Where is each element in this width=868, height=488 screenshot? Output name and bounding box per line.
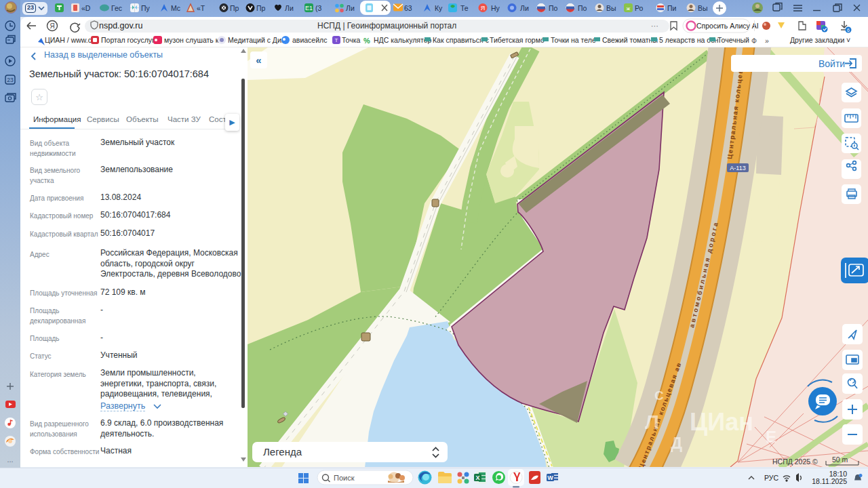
svg-text:Пу: Пу bbox=[141, 4, 151, 12]
svg-text:Войти: Войти bbox=[818, 58, 845, 69]
svg-text:ж: ж bbox=[627, 5, 631, 12]
svg-text:Тибетская гормо: Тибетская гормо bbox=[490, 36, 545, 44]
svg-text:Мс: Мс bbox=[171, 4, 180, 12]
svg-text:Ку: Ку bbox=[435, 4, 443, 12]
svg-text:НСПД 2025 ©: НСПД 2025 © bbox=[772, 458, 818, 466]
svg-text:Пи: Пи bbox=[667, 4, 677, 12]
svg-text:(3: (3 bbox=[315, 4, 321, 12]
svg-text:По: По bbox=[578, 4, 587, 12]
svg-text:«D: «D bbox=[81, 4, 91, 12]
svg-text:Ф: Ф bbox=[751, 37, 757, 45]
svg-text:W: W bbox=[547, 474, 553, 481]
svg-text:Легенда: Легенда bbox=[263, 446, 302, 458]
svg-text:⋯: ⋯ bbox=[651, 22, 658, 30]
svg-text:Портал госуслуг |: Портал госуслуг | bbox=[101, 36, 159, 44]
svg-text:Пр: Пр bbox=[230, 4, 239, 12]
svg-text:E1: E1 bbox=[305, 5, 313, 12]
svg-text:X: X bbox=[475, 474, 479, 481]
svg-text:Медитаций с Дин: Медитаций с Дин bbox=[228, 36, 285, 44]
svg-text:63: 63 bbox=[404, 4, 412, 12]
svg-text:ЦИан: ЦИан bbox=[690, 408, 753, 436]
svg-text:Д: Д bbox=[671, 434, 682, 452]
svg-text:Спросить Алису AI: Спросить Алису AI bbox=[696, 22, 759, 30]
svg-text:⋯: ⋯ bbox=[7, 458, 14, 465]
svg-text:Я: Я bbox=[50, 22, 54, 30]
svg-text:nspd.gov.ru: nspd.gov.ru bbox=[99, 21, 142, 30]
svg-text:Точечный: Точечный bbox=[717, 36, 749, 44]
svg-text:Свежий томатны: Свежий томатны bbox=[602, 36, 658, 44]
svg-text:%: % bbox=[363, 37, 370, 45]
svg-text:23: 23 bbox=[7, 77, 14, 83]
svg-text:Е: Е bbox=[766, 428, 776, 446]
svg-text:музон слушать ка: музон слушать ка bbox=[164, 36, 223, 44]
svg-text:Ро: Ро bbox=[635, 4, 644, 12]
svg-text:ЦИАН / www.c: ЦИАН / www.c bbox=[45, 36, 92, 44]
svg-text:Л: Л bbox=[645, 411, 659, 433]
svg-text:Другие закладки: Другие закладки bbox=[790, 36, 845, 44]
svg-text:Я: Я bbox=[481, 5, 486, 12]
svg-text:РУС: РУС bbox=[764, 474, 778, 482]
svg-text:˅: ˅ bbox=[846, 36, 850, 44]
svg-text:«: « bbox=[256, 54, 261, 66]
svg-text:«Т: «Т bbox=[197, 4, 205, 12]
svg-text:По: По bbox=[549, 4, 558, 12]
svg-text:НСПД | Геоинформационный порта: НСПД | Геоинформационный портал bbox=[317, 21, 456, 30]
svg-text:Ли: Ли bbox=[285, 4, 294, 12]
svg-text:Те: Те bbox=[460, 4, 469, 12]
svg-text:НДС калькулятор: НДС калькулятор bbox=[374, 36, 432, 44]
svg-text:Как справиться с: Как справиться с bbox=[433, 36, 489, 44]
svg-text:»: » bbox=[765, 37, 769, 45]
svg-text:Ли: Ли bbox=[346, 4, 355, 12]
svg-text:Точка: Точка bbox=[342, 36, 360, 44]
svg-text:А-113: А-113 bbox=[730, 165, 745, 171]
svg-text:Т: Т bbox=[335, 37, 338, 43]
svg-text:50 m: 50 m bbox=[832, 455, 848, 464]
svg-text:Вы: Вы bbox=[698, 4, 708, 12]
svg-text:Вы: Вы bbox=[606, 4, 616, 12]
svg-text:Гес: Гес bbox=[111, 4, 122, 12]
svg-text:Ли: Ли bbox=[520, 4, 529, 12]
svg-text:Точки на теле: Точки на теле bbox=[551, 36, 596, 44]
svg-text:18.11.2025: 18.11.2025 bbox=[812, 477, 847, 485]
svg-text:Пр: Пр bbox=[256, 4, 266, 12]
svg-text:Поиск: Поиск bbox=[334, 474, 355, 482]
svg-text:6: 6 bbox=[847, 28, 850, 33]
svg-text:Ну: Ну bbox=[491, 4, 500, 12]
svg-text:С: С bbox=[654, 388, 664, 403]
svg-text:авиасейлс: авиасейлс bbox=[292, 36, 327, 44]
